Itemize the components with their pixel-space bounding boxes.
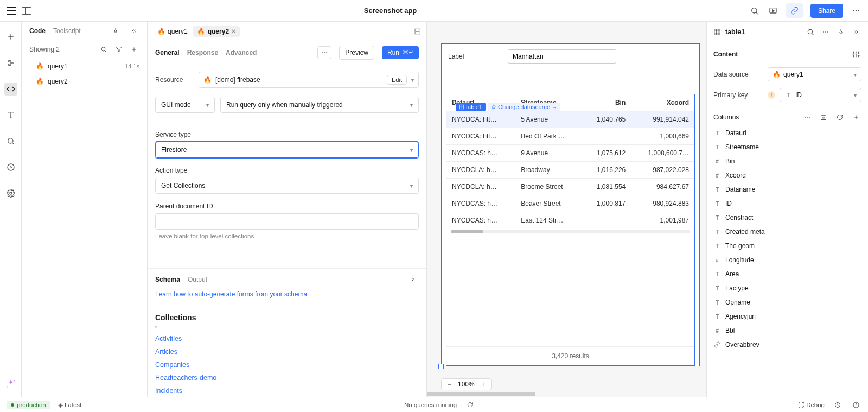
column-item[interactable]: #Bin: [707, 154, 868, 168]
canvas-hscroll[interactable]: [427, 391, 706, 397]
rail-components-icon[interactable]: [4, 109, 17, 122]
column-item[interactable]: TCreated meta: [707, 225, 868, 239]
table-row[interactable]: NYCDCAS: h…East 124 Str…1,001,987: [446, 212, 694, 229]
zoom-control[interactable]: − 100% +: [441, 378, 492, 390]
inspector-pin-icon[interactable]: [835, 27, 846, 37]
preview-play-icon[interactable]: [768, 5, 778, 16]
canvas[interactable]: Label table1 Change datasource →: [427, 22, 706, 397]
schema-tab[interactable]: Schema: [155, 276, 180, 283]
collection-item[interactable]: Companies: [155, 361, 419, 369]
env-pill[interactable]: production: [7, 401, 50, 409]
columns-more-icon[interactable]: ⋯: [802, 112, 813, 123]
column-item[interactable]: TFactype: [707, 281, 868, 295]
change-datasource[interactable]: Change datasource →: [488, 103, 560, 111]
sidebar-search-icon[interactable]: [98, 44, 109, 55]
more-dots[interactable]: ⋯: [317, 46, 331, 59]
rail-settings-icon[interactable]: [4, 187, 17, 200]
table-row[interactable]: NYCDCLA: h…Broadway1,016,226987,022.028: [446, 162, 694, 179]
subtab-advanced[interactable]: Advanced: [226, 49, 257, 56]
filter-icon[interactable]: [113, 44, 124, 55]
rail-code-icon[interactable]: [4, 83, 17, 96]
inspector-search-icon[interactable]: [805, 27, 816, 37]
collection-item[interactable]: Activities: [155, 335, 419, 343]
hamburger-menu[interactable]: [7, 7, 16, 15]
column-item[interactable]: #Bbl: [707, 324, 868, 338]
collection-item[interactable]: Incidents: [155, 387, 419, 395]
collapse-icon[interactable]: [129, 26, 139, 36]
debug-toggle[interactable]: ⛶ Debug: [798, 402, 825, 408]
column-item[interactable]: TID: [707, 197, 868, 211]
inspector-more-icon[interactable]: ⋯: [820, 27, 831, 37]
close-tab-icon[interactable]: ×: [232, 28, 235, 35]
gui-mode-select[interactable]: GUI mode ▾: [155, 97, 215, 113]
add-query-icon[interactable]: [129, 44, 139, 55]
inspector-expand-icon[interactable]: [851, 27, 861, 37]
preview-button[interactable]: Preview: [339, 46, 374, 60]
columns-add-icon[interactable]: [851, 112, 861, 123]
schema-collapse-icon[interactable]: [408, 274, 419, 285]
zoom-in[interactable]: +: [480, 381, 487, 388]
column-item[interactable]: #Xcoord: [707, 168, 868, 182]
pin-icon[interactable]: [110, 26, 121, 36]
collection-item[interactable]: Articles: [155, 348, 419, 356]
rail-search-icon[interactable]: [4, 135, 17, 148]
schema-link[interactable]: Learn how to auto-generate forms from yo…: [155, 290, 307, 298]
column-item[interactable]: #Longitude: [707, 253, 868, 267]
primary-key-select[interactable]: T ID ▾: [780, 88, 861, 102]
column-item[interactable]: TArea: [707, 267, 868, 281]
table-hscroll[interactable]: [451, 230, 690, 233]
trigger-select[interactable]: Run query only when manually triggered ▾: [220, 97, 419, 113]
edit-resource[interactable]: Edit: [387, 75, 407, 85]
rail-ai-icon[interactable]: [4, 377, 17, 390]
table-row[interactable]: NYCDCAS: h…Beaver Street1,000,817980,924…: [446, 195, 694, 212]
parent-doc-input[interactable]: [155, 213, 419, 230]
table-row[interactable]: NYCDCAS: h…9 Avenue1,075,6121,008,600.7…: [446, 145, 694, 162]
column-item[interactable]: TAgencyjuri: [707, 309, 868, 324]
table-header[interactable]: Bin: [582, 94, 631, 111]
footer-history-icon[interactable]: [832, 400, 843, 410]
tab-toolscript[interactable]: Toolscript: [53, 27, 81, 35]
output-tab[interactable]: Output: [188, 276, 207, 283]
zoom-out[interactable]: −: [446, 381, 452, 388]
data-table[interactable]: DataurlStreetnameBinXcoord NYCDCA: htt…5…: [446, 94, 695, 366]
resize-handle[interactable]: [438, 364, 444, 369]
column-item[interactable]: TThe geom: [707, 239, 868, 253]
column-item[interactable]: TOpname: [707, 295, 868, 309]
column-item[interactable]: Overabbrev: [707, 338, 868, 352]
collection-item[interactable]: Headteachers-demo: [155, 374, 419, 382]
minimize-icon[interactable]: ⊟: [414, 26, 421, 36]
panel-toggle[interactable]: [22, 7, 31, 15]
copy-link-button[interactable]: [786, 3, 803, 18]
rail-history-icon[interactable]: [4, 161, 17, 174]
table-header[interactable]: Xcoord: [631, 94, 694, 111]
columns-clear-icon[interactable]: [818, 112, 829, 123]
version-label[interactable]: ◈ Latest: [58, 401, 82, 409]
columns-refresh-icon[interactable]: [834, 112, 845, 123]
label-input[interactable]: [508, 49, 616, 64]
subtab-general[interactable]: General: [155, 49, 180, 56]
table-row[interactable]: NYCDCA: htt…Bed Of Park …1,000,669: [446, 128, 694, 145]
queries-refresh-icon[interactable]: [464, 400, 475, 410]
editor-tab[interactable]: 🔥query2×: [193, 26, 240, 37]
more-icon[interactable]: [851, 5, 861, 16]
search-icon[interactable]: [749, 5, 760, 16]
column-item[interactable]: TCenstract: [707, 211, 868, 225]
subtab-response[interactable]: Response: [187, 49, 218, 56]
tab-code[interactable]: Code: [29, 27, 46, 35]
data-source-select[interactable]: 🔥 query1 ▾: [768, 67, 861, 81]
editor-tab[interactable]: 🔥query1: [153, 26, 192, 37]
column-item[interactable]: TStreetname: [707, 140, 868, 154]
selected-frame[interactable]: Label table1 Change datasource →: [441, 43, 700, 366]
rail-tree-icon[interactable]: [4, 56, 17, 69]
table-row[interactable]: NYCDCLA: h…Broome Street1,081,554984,627…: [446, 179, 694, 195]
column-item[interactable]: TDataurl: [707, 126, 868, 140]
share-button[interactable]: Share: [810, 4, 843, 18]
service-type-select[interactable]: Firestore ▾: [155, 142, 419, 158]
footer-help-icon[interactable]: [851, 400, 861, 410]
action-type-select[interactable]: Get Collections ▾: [155, 178, 419, 194]
column-item[interactable]: TDataname: [707, 182, 868, 197]
query-item[interactable]: 🔥query114.1s: [22, 59, 147, 74]
run-button[interactable]: Run ⌘↵: [382, 46, 419, 59]
rail-add-icon[interactable]: [4, 30, 17, 43]
table-row[interactable]: NYCDCA: htt…5 Avenue1,040,765991,914.042: [446, 111, 694, 128]
